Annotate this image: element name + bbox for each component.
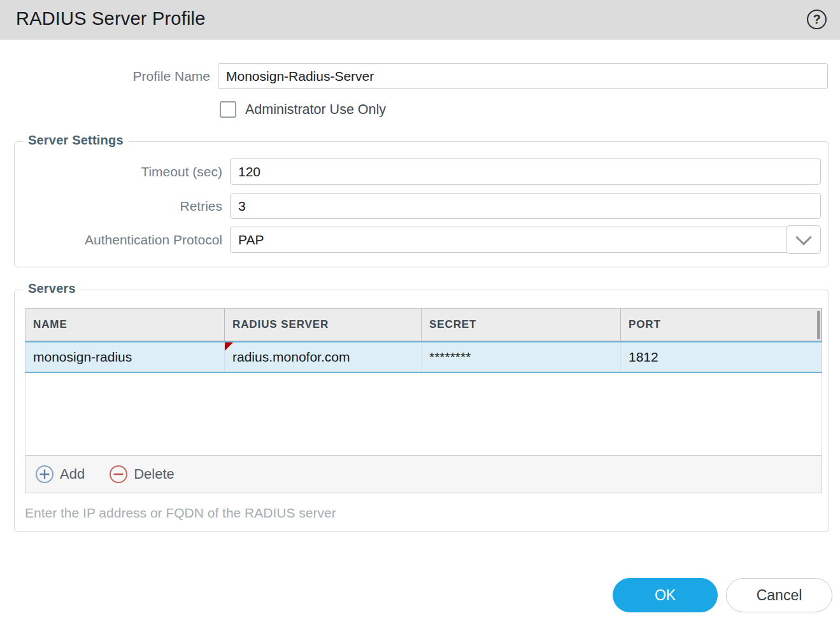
cell-radius-server[interactable]: radius.monofor.com	[225, 342, 422, 372]
administrator-use-only-label: Administrator Use Only	[245, 101, 386, 119]
server-settings-legend: Server Settings	[23, 133, 129, 148]
cell-port[interactable]: 1812	[621, 342, 822, 372]
profile-name-input[interactable]	[218, 63, 828, 89]
table-empty-area	[25, 373, 822, 455]
servers-hint-text: Enter the IP address or FQDN of the RADI…	[25, 505, 336, 521]
cancel-button[interactable]: Cancel	[726, 578, 832, 612]
ok-button[interactable]: OK	[613, 578, 718, 612]
authentication-protocol-select[interactable]	[230, 227, 821, 253]
help-icon-glyph: ?	[813, 12, 820, 27]
table-scrollbar-thumb[interactable]	[817, 311, 820, 339]
delete-minus-icon	[109, 465, 128, 484]
authentication-protocol-dropdown-button[interactable]	[786, 225, 821, 254]
column-header-name[interactable]: NAME	[25, 309, 225, 341]
retries-label: Retries	[15, 193, 222, 219]
delete-button[interactable]: Delete	[109, 465, 174, 484]
timeout-input[interactable]	[230, 158, 821, 185]
cell-secret[interactable]: ********	[422, 342, 621, 372]
dialog-titlebar: RADIUS Server Profile ?	[0, 0, 840, 39]
administrator-use-only-checkbox[interactable]	[220, 101, 236, 118]
chevron-down-icon	[795, 229, 811, 245]
servers-table: NAME RADIUS SERVER SECRET PORT monosign-…	[25, 308, 822, 493]
add-button-label: Add	[60, 466, 85, 483]
table-footer-bar: Add Delete	[25, 455, 822, 493]
profile-name-label: Profile Name	[0, 63, 210, 89]
column-header-radius-server[interactable]: RADIUS SERVER	[225, 309, 422, 341]
retries-input[interactable]	[230, 193, 821, 219]
help-icon[interactable]: ?	[807, 10, 827, 29]
delete-button-label: Delete	[134, 466, 174, 483]
servers-groupbox: Servers NAME RADIUS SERVER SECRET PORT m…	[14, 290, 829, 532]
column-header-port[interactable]: PORT	[621, 309, 822, 341]
table-row[interactable]: monosign-radius radius.monofor.com *****…	[25, 341, 822, 373]
add-button[interactable]: Add	[35, 465, 85, 484]
authentication-protocol-label: Authentication Protocol	[15, 227, 222, 253]
servers-legend: Servers	[23, 281, 81, 296]
column-header-secret[interactable]: SECRET	[422, 309, 621, 341]
server-settings-groupbox: Server Settings Timeout (sec) Retries Au…	[14, 141, 829, 267]
timeout-label: Timeout (sec)	[15, 158, 222, 185]
servers-table-header: NAME RADIUS SERVER SECRET PORT	[25, 308, 822, 341]
cancel-button-label: Cancel	[757, 587, 802, 604]
cell-name[interactable]: monosign-radius	[25, 342, 225, 372]
add-plus-icon	[35, 465, 54, 484]
ok-button-label: OK	[655, 587, 676, 604]
dialog-title: RADIUS Server Profile	[16, 8, 206, 29]
